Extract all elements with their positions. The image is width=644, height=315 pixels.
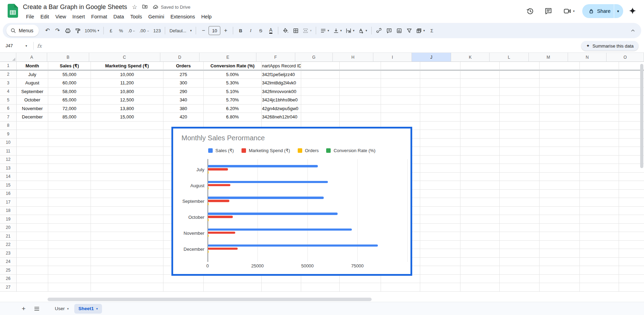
share-dropdown[interactable]: ▾: [614, 4, 623, 18]
text-color-button[interactable]: A: [266, 25, 276, 36]
cell-C15[interactable]: [91, 181, 163, 190]
cell-B26[interactable]: [48, 275, 91, 283]
row-header-9[interactable]: 9: [0, 130, 17, 139]
cell-L23[interactable]: [500, 249, 540, 258]
cell-D5[interactable]: 340: [163, 96, 204, 105]
cell-J5[interactable]: [420, 96, 460, 105]
cell-K21[interactable]: [460, 232, 500, 241]
menu-gemini[interactable]: Gemini: [145, 13, 167, 20]
row-header-2[interactable]: 2: [0, 71, 17, 79]
cell-M12[interactable]: [540, 156, 580, 164]
cell-H6[interactable]: [340, 105, 381, 113]
cell-N15[interactable]: [580, 181, 619, 190]
text-rotation-button[interactable]: ▾: [357, 25, 369, 36]
cell-D4[interactable]: 290: [163, 88, 204, 96]
cell-L25[interactable]: [500, 266, 540, 275]
cell-O24[interactable]: [619, 258, 644, 266]
cell-J10[interactable]: [420, 139, 460, 147]
menu-view[interactable]: View: [52, 13, 69, 20]
cell-C8[interactable]: [91, 122, 163, 130]
bar-august-orders[interactable]: [208, 187, 209, 190]
cell-K3[interactable]: [460, 79, 500, 88]
bar-november-orders[interactable]: [208, 235, 209, 237]
row-header-27[interactable]: 27: [0, 283, 17, 292]
cell-L15[interactable]: [500, 181, 540, 190]
cell-N22[interactable]: [580, 241, 619, 249]
cell-O21[interactable]: [619, 232, 644, 241]
cell-A25[interactable]: [17, 266, 48, 275]
cell-E2[interactable]: 5.00%: [204, 71, 262, 79]
comments-icon[interactable]: [541, 3, 556, 19]
cell-N23[interactable]: [580, 249, 619, 258]
gemini-sparkle-icon[interactable]: [626, 3, 639, 19]
column-header-J[interactable]: J: [412, 53, 451, 62]
cell-M24[interactable]: [540, 258, 580, 266]
cell-C3[interactable]: 11,200: [91, 79, 163, 88]
bar-july-sales[interactable]: [208, 165, 318, 167]
cell-A4[interactable]: September: [17, 88, 48, 96]
chart-card[interactable]: Monthly Sales Perormance Sales (₹)Market…: [171, 127, 412, 276]
font-size-input[interactable]: 10: [209, 26, 220, 35]
cell-A6[interactable]: November: [17, 105, 48, 113]
cell-K23[interactable]: [460, 249, 500, 258]
cell-G2[interactable]: [301, 71, 340, 79]
cell-O23[interactable]: [619, 249, 644, 258]
cell-A18[interactable]: [17, 207, 48, 215]
cell-L14[interactable]: [500, 173, 540, 181]
cell-C13[interactable]: [91, 164, 163, 173]
cell-O26[interactable]: [619, 275, 644, 283]
bar-october-marketing[interactable]: [208, 216, 233, 218]
cell-B4[interactable]: 58,000: [48, 88, 91, 96]
row-header-6[interactable]: 6: [0, 105, 17, 113]
cell-N18[interactable]: [580, 207, 619, 215]
cell-N26[interactable]: [580, 275, 619, 283]
video-call-icon[interactable]: ▾: [559, 3, 579, 19]
bar-august-marketing[interactable]: [208, 184, 230, 186]
cell-B9[interactable]: [48, 130, 91, 139]
cell-B16[interactable]: [48, 190, 91, 198]
cell-J16[interactable]: [420, 190, 460, 198]
cell-L17[interactable]: [500, 198, 540, 207]
cell-O14[interactable]: [619, 173, 644, 181]
cell-K22[interactable]: [460, 241, 500, 249]
cell-L1[interactable]: [500, 62, 540, 71]
cell-G26[interactable]: [301, 275, 340, 283]
video-call-caret[interactable]: ▾: [573, 9, 575, 13]
cell-M10[interactable]: [540, 139, 580, 147]
cell-M16[interactable]: [540, 190, 580, 198]
bar-july-orders[interactable]: [208, 171, 209, 174]
cell-A27[interactable]: [17, 283, 48, 292]
cell-A15[interactable]: [17, 181, 48, 190]
cell-K20[interactable]: [460, 224, 500, 232]
bar-july-marketing[interactable]: [208, 168, 228, 171]
menu-edit[interactable]: Edit: [37, 13, 52, 20]
cell-M8[interactable]: [540, 122, 580, 130]
text-wrap-button[interactable]: ▾: [344, 25, 356, 36]
row-header-1[interactable]: 1: [0, 62, 17, 71]
cell-N9[interactable]: [580, 130, 619, 139]
cell-E3[interactable]: 5.30%: [204, 79, 262, 88]
row-header-11[interactable]: 11: [0, 147, 17, 156]
cell-J3[interactable]: [420, 79, 460, 88]
cell-N5[interactable]: [580, 96, 619, 105]
cell-A9[interactable]: [17, 130, 48, 139]
cell-F3[interactable]: 342lmt8dg2l4vk0: [262, 79, 301, 88]
cell-M17[interactable]: [540, 198, 580, 207]
cell-J26[interactable]: [420, 275, 460, 283]
cell-N6[interactable]: [580, 105, 619, 113]
cell-H3[interactable]: [340, 79, 381, 88]
cell-C9[interactable]: [91, 130, 163, 139]
merge-cells-button[interactable]: ▾: [301, 25, 313, 36]
cell-K5[interactable]: [460, 96, 500, 105]
cell-A20[interactable]: [17, 224, 48, 232]
cell-B5[interactable]: 65,000: [48, 96, 91, 105]
cell-M9[interactable]: [540, 130, 580, 139]
horizontal-align-button[interactable]: ▾: [319, 25, 331, 36]
column-header-G[interactable]: G: [295, 53, 333, 62]
cell-K8[interactable]: [460, 122, 500, 130]
bar-december-orders[interactable]: [208, 251, 209, 253]
cell-C18[interactable]: [91, 207, 163, 215]
cell-E5[interactable]: 5.70%: [204, 96, 262, 105]
number-format-button[interactable]: 123: [152, 25, 163, 36]
row-header-23[interactable]: 23: [0, 249, 17, 258]
